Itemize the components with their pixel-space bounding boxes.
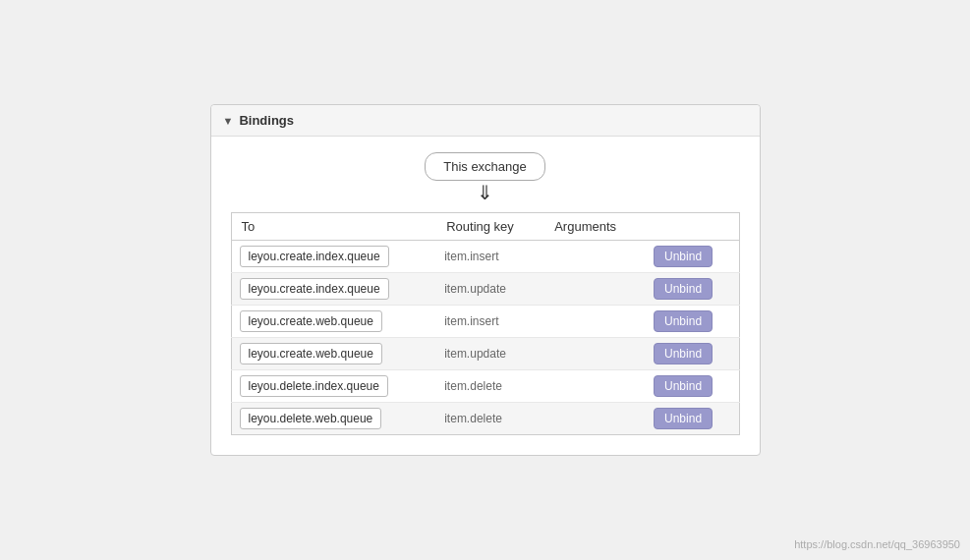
queue-name-label: leyou.create.index.queue (240, 278, 389, 300)
unbind-button[interactable]: Unbind (654, 343, 713, 364)
cell-to: leyou.delete.index.queue (231, 370, 436, 403)
bindings-panel: ▼ Bindings This exchange ⇓ To Routing ke… (210, 104, 761, 456)
toggle-icon[interactable]: ▼ (223, 115, 234, 127)
table-row: leyou.create.web.queueitem.insertUnbind (231, 306, 739, 338)
watermark: https://blog.csdn.net/qq_36963950 (794, 538, 960, 550)
cell-action: Unbind (646, 273, 739, 306)
col-arguments: Arguments (544, 213, 646, 241)
cell-arguments (544, 403, 646, 435)
cell-action: Unbind (646, 306, 739, 338)
arrow-down-icon: ⇓ (477, 181, 493, 204)
cell-action: Unbind (646, 370, 739, 403)
table-row: leyou.delete.index.queueitem.deleteUnbin… (231, 370, 739, 403)
panel-header: ▼ Bindings (211, 105, 760, 137)
queue-name-label: leyou.delete.index.queue (240, 375, 388, 397)
cell-to: leyou.create.index.queue (231, 273, 436, 306)
table-row: leyou.create.index.queueitem.insertUnbin… (231, 241, 739, 273)
exchange-node: This exchange (425, 152, 545, 181)
panel-title: Bindings (239, 113, 294, 128)
unbind-button[interactable]: Unbind (654, 278, 713, 300)
cell-arguments (544, 306, 646, 338)
unbind-button[interactable]: Unbind (654, 246, 713, 267)
cell-to: leyou.create.web.queue (231, 338, 436, 370)
cell-to: leyou.create.index.queue (231, 241, 436, 273)
cell-arguments (544, 273, 646, 306)
unbind-button[interactable]: Unbind (654, 375, 713, 397)
cell-routing-key: item.update (436, 273, 544, 306)
cell-arguments (544, 370, 646, 403)
col-to: To (231, 213, 436, 241)
table-row: leyou.create.web.queueitem.updateUnbind (231, 338, 739, 370)
queue-name-label: leyou.create.web.queue (240, 310, 382, 332)
cell-routing-key: item.delete (436, 370, 544, 403)
cell-arguments (544, 338, 646, 370)
panel-body: This exchange ⇓ To Routing key Arguments… (211, 137, 760, 455)
bindings-table: To Routing key Arguments leyou.create.in… (231, 212, 740, 435)
table-row: leyou.delete.web.queueitem.deleteUnbind (231, 403, 739, 435)
cell-arguments (544, 241, 646, 273)
cell-routing-key: item.insert (436, 241, 544, 273)
cell-routing-key: item.delete (436, 403, 544, 435)
queue-name-label: leyou.create.web.queue (240, 343, 382, 364)
queue-name-label: leyou.delete.web.queue (240, 408, 382, 429)
cell-action: Unbind (646, 403, 739, 435)
cell-action: Unbind (646, 338, 739, 370)
col-action (646, 213, 739, 241)
table-header-row: To Routing key Arguments (231, 213, 739, 241)
cell-routing-key: item.insert (436, 306, 544, 338)
table-row: leyou.create.index.queueitem.updateUnbin… (231, 273, 739, 306)
unbind-button[interactable]: Unbind (654, 310, 713, 332)
queue-name-label: leyou.create.index.queue (240, 246, 389, 267)
cell-to: leyou.create.web.queue (231, 306, 436, 338)
col-routing-key: Routing key (436, 213, 544, 241)
cell-routing-key: item.update (436, 338, 544, 370)
cell-action: Unbind (646, 241, 739, 273)
cell-to: leyou.delete.web.queue (231, 403, 436, 435)
unbind-button[interactable]: Unbind (654, 408, 713, 429)
exchange-node-container: This exchange ⇓ (231, 152, 740, 204)
